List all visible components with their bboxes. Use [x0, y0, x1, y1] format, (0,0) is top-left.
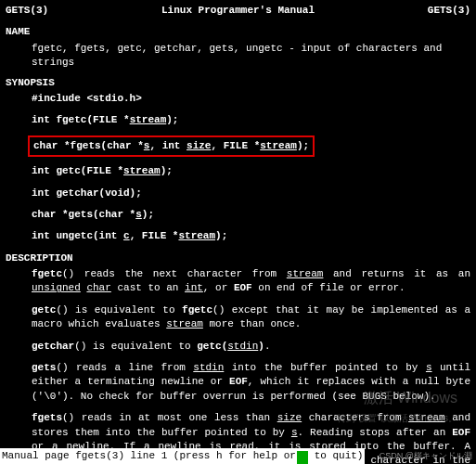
fgetc-proto: int fgetc(FILE *stream);: [32, 113, 470, 127]
cursor-block: [297, 451, 308, 464]
header-right: GETS(3): [428, 4, 470, 18]
man-header: GETS(3) Linux Programmer's Manual GETS(3…: [6, 4, 470, 18]
desc-getchar: getchar() is equivalent to getc(stdin).: [32, 340, 470, 354]
desc-getc: getc() is equivalent to fgetc() except t…: [32, 303, 470, 332]
header-left: GETS(3): [6, 4, 48, 18]
man-page: GETS(3) Linux Programmer's Manual GETS(3…: [0, 0, 476, 464]
section-synopsis: SYNOPSIS: [6, 76, 470, 90]
getc-proto: int getc(FILE *stream);: [32, 164, 470, 178]
header-center: Linux Programmer's Manual: [161, 4, 315, 18]
getchar-proto: int getchar(void);: [32, 187, 470, 200]
desc-fgetc: fgetc() reads the next character from st…: [32, 267, 470, 296]
desc-gets: gets() reads a line from stdin into the …: [32, 361, 470, 404]
highlight-box: char *fgets(char *s, int size, FILE *str…: [28, 135, 315, 157]
section-name: NAME: [6, 25, 470, 39]
fgets-proto: char *fgets(char *s, int size, FILE *str…: [32, 135, 470, 157]
name-text: fgetc, fgets, getc, getchar, gets, unget…: [32, 42, 470, 71]
section-description: DESCRIPTION: [6, 251, 470, 265]
ungetc-proto: int ungetc(int c, FILE *stream);: [32, 229, 470, 243]
status-bar[interactable]: Manual page fgets(3) line 1 (press h for…: [0, 448, 365, 464]
csdn-watermark: CSDN @桜キャンドル淵: [380, 450, 472, 462]
gets-proto: char *gets(char *s);: [32, 208, 470, 222]
include-line: #include <stdio.h>: [32, 92, 470, 106]
